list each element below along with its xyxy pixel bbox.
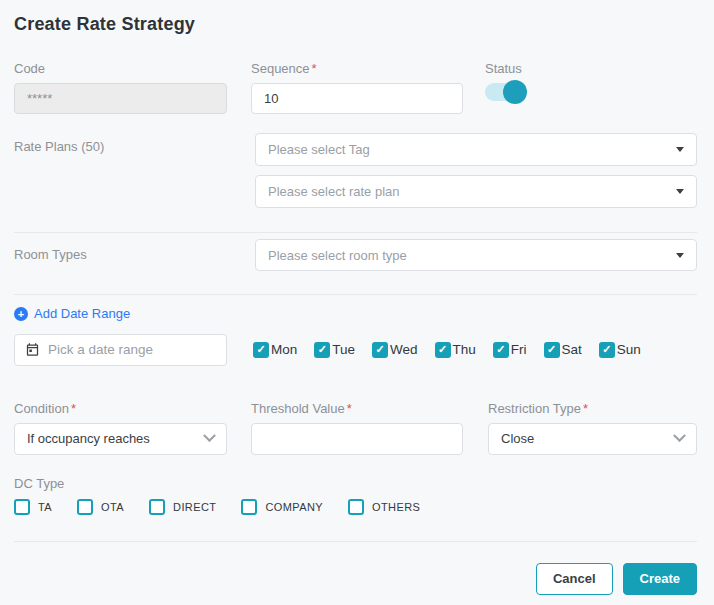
top-fields-row: Code Sequence* Status xyxy=(14,61,697,114)
room-types-label: Room Types xyxy=(14,239,255,262)
checkbox-checked-icon[interactable] xyxy=(372,342,388,358)
add-date-range-link[interactable]: + Add Date Range xyxy=(14,306,130,321)
checkbox-unchecked-icon[interactable] xyxy=(14,499,30,515)
dc-type-others[interactable]: OTHERS xyxy=(348,499,420,515)
dc-type-ta[interactable]: TA xyxy=(14,499,52,515)
checkbox-checked-icon[interactable] xyxy=(314,342,330,358)
dc-type-direct[interactable]: DIRECT xyxy=(149,499,216,515)
create-button[interactable]: Create xyxy=(623,563,697,595)
restriction-select-value: Close xyxy=(501,431,534,446)
chevron-down-icon xyxy=(673,429,686,442)
checkbox-checked-icon[interactable] xyxy=(599,342,615,358)
caret-down-icon xyxy=(676,147,684,152)
checkbox-checked-icon[interactable] xyxy=(544,342,560,358)
required-asterisk: * xyxy=(71,401,76,416)
rate-plans-label: Rate Plans (50) xyxy=(14,133,255,154)
room-type-select[interactable]: Please select room type xyxy=(255,239,697,271)
condition-select-value: If occupancy reaches xyxy=(27,431,150,446)
checkbox-unchecked-icon[interactable] xyxy=(348,499,364,515)
checkbox-checked-icon[interactable] xyxy=(435,342,451,358)
tag-select[interactable]: Please select Tag xyxy=(255,133,697,166)
chevron-down-icon xyxy=(203,429,216,442)
restriction-type-select[interactable]: Close xyxy=(488,423,697,455)
room-types-row: Room Types Please select room type xyxy=(14,239,697,271)
weekday-thu[interactable]: Thu xyxy=(435,342,476,358)
rate-plans-row: Rate Plans (50) Please select Tag Please… xyxy=(14,133,697,208)
threshold-label: Threshold Value xyxy=(251,401,345,416)
weekday-mon[interactable]: Mon xyxy=(253,342,297,358)
divider xyxy=(14,232,697,233)
weekday-fri[interactable]: Fri xyxy=(493,342,527,358)
weekday-wed[interactable]: Wed xyxy=(372,342,418,358)
status-toggle[interactable] xyxy=(485,83,525,101)
weekday-sat[interactable]: Sat xyxy=(544,342,582,358)
page-title: Create Rate Strategy xyxy=(14,14,697,35)
condition-select[interactable]: If occupancy reaches xyxy=(14,423,227,455)
dc-type-section: DC Type TA OTA DIRECT COMPANY OTHERS xyxy=(14,476,697,515)
required-asterisk: * xyxy=(583,401,588,416)
tag-select-placeholder: Please select Tag xyxy=(268,142,370,157)
checkbox-checked-icon[interactable] xyxy=(493,342,509,358)
checkbox-checked-icon[interactable] xyxy=(253,342,269,358)
divider xyxy=(14,541,697,542)
form-actions: Cancel Create xyxy=(14,563,697,595)
code-label: Code xyxy=(14,61,227,76)
cancel-button[interactable]: Cancel xyxy=(536,563,613,595)
checkbox-unchecked-icon[interactable] xyxy=(77,499,93,515)
add-date-range-label: Add Date Range xyxy=(34,306,130,321)
dc-type-checkboxes: TA OTA DIRECT COMPANY OTHERS xyxy=(14,499,697,515)
checkbox-unchecked-icon[interactable] xyxy=(241,499,257,515)
code-input xyxy=(14,83,227,114)
dc-type-label: DC Type xyxy=(14,476,697,491)
condition-row: Condition* If occupancy reaches Threshol… xyxy=(14,401,697,455)
dc-type-company[interactable]: COMPANY xyxy=(241,499,323,515)
calendar-icon xyxy=(25,342,40,357)
weekday-sun[interactable]: Sun xyxy=(599,342,641,358)
date-weekdays-row: Mon Tue Wed Thu Fri Sat xyxy=(14,334,697,366)
restriction-type-label: Restriction Type xyxy=(488,401,581,416)
weekday-tue[interactable]: Tue xyxy=(314,342,355,358)
rate-plan-select[interactable]: Please select rate plan xyxy=(255,175,697,208)
caret-down-icon xyxy=(676,253,684,258)
rate-plan-select-placeholder: Please select rate plan xyxy=(268,184,400,199)
status-label: Status xyxy=(485,61,525,76)
toggle-knob xyxy=(503,80,527,104)
dc-type-ota[interactable]: OTA xyxy=(77,499,124,515)
caret-down-icon xyxy=(676,189,684,194)
room-type-select-placeholder: Please select room type xyxy=(268,248,407,263)
sequence-label: Sequence xyxy=(251,61,310,76)
condition-label: Condition xyxy=(14,401,69,416)
sequence-input[interactable] xyxy=(251,83,463,114)
create-rate-strategy-form: Create Rate Strategy Code Sequence* Stat… xyxy=(0,0,714,605)
required-asterisk: * xyxy=(347,401,352,416)
date-range-input[interactable] xyxy=(48,342,216,357)
plus-circle-icon: + xyxy=(14,307,28,321)
weekday-checkboxes: Mon Tue Wed Thu Fri Sat xyxy=(253,342,641,358)
date-range-picker[interactable] xyxy=(14,334,227,366)
checkbox-unchecked-icon[interactable] xyxy=(149,499,165,515)
required-asterisk: * xyxy=(312,61,317,76)
threshold-input[interactable] xyxy=(251,423,463,455)
